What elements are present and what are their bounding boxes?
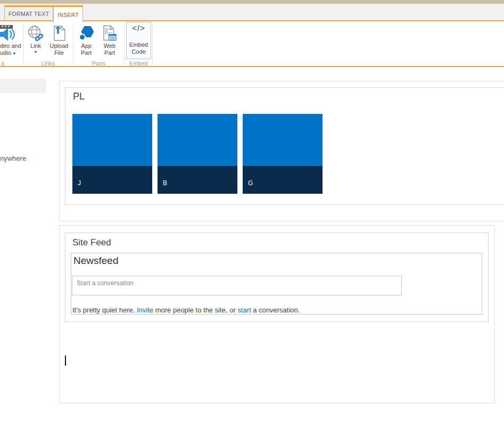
- suite-bar-strip: [0, 0, 504, 4]
- app-part-label-line2: Part: [81, 50, 92, 56]
- conversation-input[interactable]: [72, 276, 402, 295]
- invite-link[interactable]: Invite: [137, 306, 153, 314]
- embed-code-button[interactable]: </> Embed Code: [126, 22, 151, 59]
- web-part-icon: [101, 24, 118, 43]
- newsfeed-box: Newsfeed It's pretty quiet here. Invite …: [71, 253, 482, 315]
- link-label: Link: [30, 43, 41, 49]
- tile-title-band: J: [72, 166, 152, 194]
- video-and-audio-button[interactable]: deo and udio: [0, 23, 23, 56]
- promoted-link-tile[interactable]: J: [72, 114, 152, 194]
- link-button[interactable]: Link: [26, 23, 46, 53]
- web-part-label-line1: Web: [104, 43, 115, 49]
- tile-label: J: [78, 179, 81, 187]
- upload-file-label-line1: Upload: [50, 43, 69, 49]
- dropdown-arrow-icon: [13, 53, 16, 55]
- sidebar-partial-text: nywhere: [0, 154, 26, 162]
- upload-file-button[interactable]: Upload File: [46, 23, 72, 56]
- group-label-media: a: [1, 60, 4, 67]
- tab-insert[interactable]: INSERT: [53, 7, 83, 22]
- promoted-link-tile[interactable]: G: [243, 114, 323, 194]
- group-separator: [152, 24, 153, 64]
- tile-title-band: B: [158, 166, 237, 194]
- dropdown-arrow-icon: [34, 51, 37, 53]
- tab-format-text[interactable]: FORMAT TEXT: [4, 7, 53, 20]
- promoted-links-title: PL: [73, 91, 85, 102]
- upload-file-icon: [51, 24, 68, 43]
- group-label-embed: Embed: [125, 60, 152, 67]
- webpart-zone-bottom[interactable]: Site Feed Newsfeed It's pretty quiet her…: [59, 225, 495, 403]
- tile-title-band: G: [243, 166, 323, 194]
- embed-code-label-line2: Code: [131, 49, 145, 55]
- promoted-link-tile[interactable]: B: [158, 114, 237, 194]
- web-part-label-line2: Part: [104, 50, 115, 56]
- ribbon: deo and udio Link: [0, 21, 504, 67]
- video-audio-label-line2: udio: [0, 50, 16, 56]
- start-conversation-link[interactable]: start: [237, 306, 251, 314]
- video-audio-icon: [0, 24, 17, 43]
- page-canvas: nywhere PL J B G: [0, 68, 504, 421]
- video-audio-label-line1: deo and: [0, 43, 21, 49]
- app-part-label-line1: App: [81, 43, 92, 49]
- tile-label: G: [248, 179, 253, 187]
- webpart-zone-top[interactable]: PL J B G: [59, 81, 504, 221]
- link-icon: [27, 24, 44, 43]
- sharepoint-edit-page: { "ribbon": { "tabs": [ { "label": "FORM…: [0, 0, 504, 421]
- embed-code-icon: </>: [132, 25, 145, 42]
- promoted-links-tiles: J B G: [72, 114, 323, 194]
- group-separator: [124, 24, 125, 64]
- newsfeed-title: Newsfeed: [73, 255, 119, 267]
- embed-code-label-line1: Embed: [129, 42, 148, 48]
- app-part-button[interactable]: App Part: [75, 23, 97, 56]
- group-separator: [73, 24, 73, 64]
- promoted-links-webpart[interactable]: PL J B G: [65, 87, 504, 205]
- sidebar-highlight[interactable]: [0, 79, 46, 93]
- text-cursor: [65, 356, 66, 366]
- group-label-parts: Parts: [73, 60, 124, 67]
- upload-file-label-line2: File: [54, 50, 64, 56]
- tile-label: B: [163, 179, 167, 187]
- ribbon-tab-strip: FORMAT TEXT INSERT: [0, 4, 504, 21]
- site-feed-title: Site Feed: [72, 237, 111, 248]
- empty-feed-message: It's pretty quiet here. Invite more peop…: [72, 306, 300, 314]
- group-label-links: Links: [23, 60, 73, 67]
- site-feed-webpart[interactable]: Site Feed Newsfeed It's pretty quiet her…: [65, 233, 489, 322]
- web-part-button[interactable]: Web Part: [98, 23, 121, 56]
- group-separator: [23, 24, 23, 64]
- app-part-icon: [78, 24, 95, 43]
